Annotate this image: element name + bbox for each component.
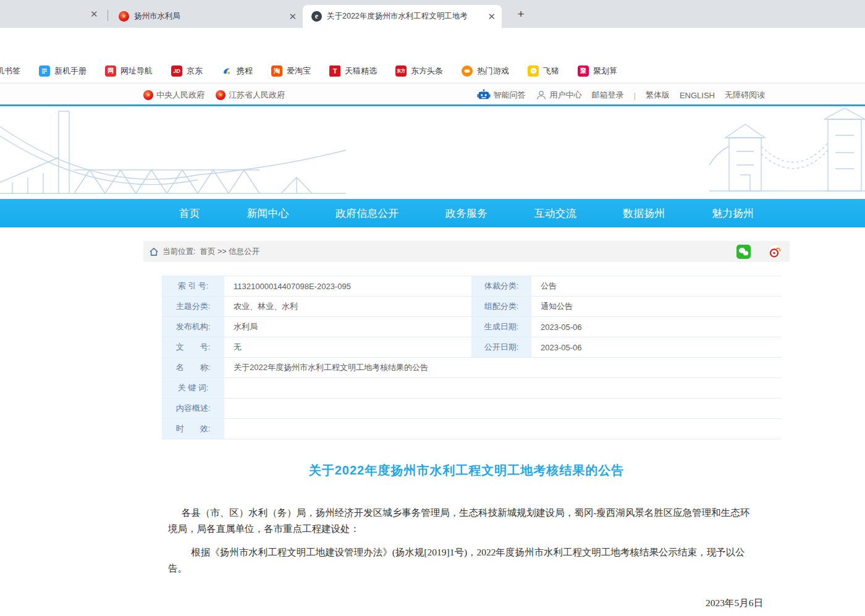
weibo-share-icon[interactable] bbox=[768, 245, 782, 259]
topbar-separator: | bbox=[634, 91, 636, 100]
meta-label-index-no: 索 引 号: bbox=[162, 276, 226, 296]
nav-info-disclosure[interactable]: 政府信息公开 bbox=[335, 206, 399, 221]
table-row: 内容概述: bbox=[162, 399, 782, 419]
bookmark-ctrip[interactable]: 携程 bbox=[221, 65, 253, 77]
breadcrumb-path[interactable]: 首页 >> 信息公开 bbox=[200, 247, 260, 257]
meta-label-summary: 内容概述: bbox=[162, 399, 226, 418]
browser-toolbar: 不安全 yangzhou.gov.cn/yzszxxgk/slj/202305/… bbox=[0, 28, 865, 59]
taobao-icon: 淘 bbox=[271, 65, 282, 77]
bookmarks-bar: 机书签 新机手册 网 网址导航 JD 京东 携程 淘 爱淘宝 T 天猫精选 东方… bbox=[0, 59, 865, 83]
gov-emblem-icon bbox=[216, 90, 226, 100]
bookmark-label: 东方头条 bbox=[411, 65, 443, 77]
nav-gov-services[interactable]: 政务服务 bbox=[445, 206, 487, 221]
table-row: 文 号: 无 公开日期: 2023-05-06 bbox=[162, 337, 782, 358]
bookmark-site-nav[interactable]: 网 网址导航 bbox=[105, 65, 153, 77]
link-label: 智能问答 bbox=[494, 90, 526, 101]
link-label: 江苏省人民政府 bbox=[229, 90, 285, 101]
tab-strip: ✕ 扬州市水利局 ✕ e 关于2022年度扬州市水利工程文明工地考 ✕ + bbox=[0, 0, 865, 28]
bookmark-manual[interactable]: 新机手册 bbox=[39, 65, 86, 77]
meta-value-agency: 水利局 bbox=[226, 317, 471, 337]
bookmark-tmall[interactable]: T 天猫精选 bbox=[329, 65, 377, 77]
nav-interaction[interactable]: 互动交流 bbox=[534, 206, 576, 221]
bookmark-label: 天猫精选 bbox=[345, 65, 377, 77]
meta-label-name: 名 称: bbox=[162, 358, 226, 378]
bookmark-label: 携程 bbox=[237, 65, 253, 77]
breadcrumb-location-label: 当前位置: bbox=[162, 247, 195, 257]
tab-yangzhou-water-bureau[interactable]: 扬州市水利局 ✕ bbox=[110, 5, 303, 28]
article-body: 各县（市、区）水利（务）局，扬州经济开发区城乡事务管理局，生态科技新城规划建设局… bbox=[143, 505, 790, 616]
bookmark-aitaobao[interactable]: 淘 爱淘宝 bbox=[271, 65, 311, 77]
link-jiangsu-gov[interactable]: 江苏省人民政府 bbox=[216, 90, 285, 101]
link-central-gov[interactable]: 中央人民政府 bbox=[143, 90, 205, 101]
tab-title: 扬州市水利局 bbox=[134, 11, 284, 22]
close-icon[interactable]: ✕ bbox=[90, 9, 98, 20]
link-mail-login[interactable]: 邮箱登录 bbox=[592, 90, 624, 101]
meta-value-keywords bbox=[226, 378, 782, 398]
home-icon[interactable] bbox=[150, 248, 158, 256]
wechat-share-icon[interactable] bbox=[736, 245, 751, 259]
bookmark-label: 新机手册 bbox=[54, 65, 86, 77]
screen: ✕ 扬州市水利局 ✕ e 关于2022年度扬州市水利工程文明工地考 ✕ + 不安… bbox=[0, 0, 865, 616]
meta-value-group: 通知公告 bbox=[533, 297, 782, 316]
link-user-center[interactable]: 用户中心 bbox=[536, 90, 582, 101]
bridge-sketch-left bbox=[0, 108, 346, 199]
meta-label-validity: 时 效: bbox=[162, 419, 226, 439]
gov-links: 中央人民政府 江苏省人民政府 bbox=[143, 90, 285, 101]
table-row: 主题分类: 农业、林业、水利 组配分类: 通知公告 bbox=[162, 297, 782, 317]
user-links: 智能问答 用户中心 邮箱登录 | 繁体版 ENGLISH 无障碍阅读 bbox=[477, 89, 765, 101]
metadata-table: 索 引 号: 11321000014407098E-2023-095 体裁分类:… bbox=[162, 276, 782, 439]
article-paragraph: 各县（市、区）水利（务）局，扬州经济开发区城乡事务管理局，生态科技新城规划建设局… bbox=[168, 505, 759, 537]
meta-value-doc-no: 无 bbox=[226, 337, 471, 357]
meta-label-genre: 体裁分类: bbox=[471, 276, 533, 296]
meta-value-genre: 公告 bbox=[533, 276, 782, 296]
ctrip-dolphin-icon bbox=[221, 65, 232, 77]
link-accessibility[interactable]: 无障碍阅读 bbox=[725, 90, 765, 101]
table-row: 时 效: bbox=[162, 419, 782, 439]
meta-label-agency: 发布机构: bbox=[162, 317, 226, 337]
tab-title: 关于2022年度扬州市水利工程文明工地考 bbox=[327, 11, 483, 22]
meta-label-keywords: 关 键 词: bbox=[162, 378, 226, 398]
bookmark-fliggy[interactable]: 飞猪 bbox=[528, 65, 559, 77]
nav-data-yangzhou[interactable]: 数据扬州 bbox=[623, 206, 665, 221]
close-icon[interactable]: ✕ bbox=[289, 11, 297, 22]
nav-home[interactable]: 首页 bbox=[179, 206, 200, 221]
main-nav: 首页 新闻中心 政府信息公开 政务服务 互动交流 数据扬州 魅力扬州 bbox=[0, 199, 865, 227]
bookmark-label: 网址导航 bbox=[120, 65, 153, 77]
new-tab-button[interactable]: + bbox=[513, 6, 529, 22]
meta-label-publish-date: 公开日期: bbox=[471, 337, 533, 357]
meta-label-create-date: 生成日期: bbox=[471, 317, 533, 337]
meta-label-group: 组配分类: bbox=[471, 297, 533, 316]
link-smart-qa[interactable]: 智能问答 bbox=[477, 89, 526, 101]
gov-emblem-favicon bbox=[119, 11, 129, 22]
bookmark-hot-games[interactable]: 热门游戏 bbox=[462, 65, 509, 77]
bookmark-phone-bookmarks[interactable]: 机书签 bbox=[0, 65, 20, 77]
gamepad-icon bbox=[462, 65, 473, 77]
site-banner: ★ 扬州市人民政府 W W W . Y A N G Z H O U . G O … bbox=[0, 108, 865, 199]
link-label: 用户中心 bbox=[550, 90, 582, 101]
bookmark-label: 机书签 bbox=[0, 65, 20, 77]
bookmark-label: 京东 bbox=[187, 65, 203, 77]
link-label: 邮箱登录 bbox=[592, 90, 624, 101]
close-icon[interactable]: ✕ bbox=[487, 11, 496, 22]
nav-charm-yangzhou[interactable]: 魅力扬州 bbox=[712, 206, 754, 221]
nav-news-center[interactable]: 新闻中心 bbox=[247, 206, 289, 221]
link-english[interactable]: ENGLISH bbox=[680, 91, 715, 100]
link-label: 繁体版 bbox=[646, 90, 670, 101]
table-row: 索 引 号: 11321000014407098E-2023-095 体裁分类:… bbox=[162, 276, 782, 297]
robot-icon bbox=[477, 89, 491, 101]
bookmark-eastday[interactable]: 东方 东方头条 bbox=[395, 65, 443, 77]
bookmark-label: 热门游戏 bbox=[477, 65, 509, 77]
table-row: 名 称: 关于2022年度扬州市水利工程文明工地考核结果的公告 bbox=[162, 358, 782, 378]
bridge-sketch-right bbox=[709, 108, 865, 199]
meta-value-name: 关于2022年度扬州市水利工程文明工地考核结果的公告 bbox=[226, 358, 782, 378]
meta-value-validity bbox=[226, 419, 782, 439]
tab-active-announcement[interactable]: e 关于2022年度扬州市水利工程文明工地考 ✕ bbox=[303, 5, 502, 28]
table-row: 发布机构: 水利局 生成日期: 2023-05-06 bbox=[162, 317, 782, 337]
gov-emblem-icon bbox=[143, 90, 153, 100]
breadcrumb: 当前位置: 首页 >> 信息公开 bbox=[143, 241, 790, 262]
bookmark-jd[interactable]: JD 京东 bbox=[171, 65, 203, 77]
bookmark-juhuasuan[interactable]: 聚 聚划算 bbox=[578, 65, 617, 77]
article-title: 关于2022年度扬州市水利工程文明工地考核结果的公告 bbox=[143, 462, 790, 479]
link-traditional[interactable]: 繁体版 bbox=[646, 90, 670, 101]
table-row: 关 键 词: bbox=[162, 378, 782, 399]
